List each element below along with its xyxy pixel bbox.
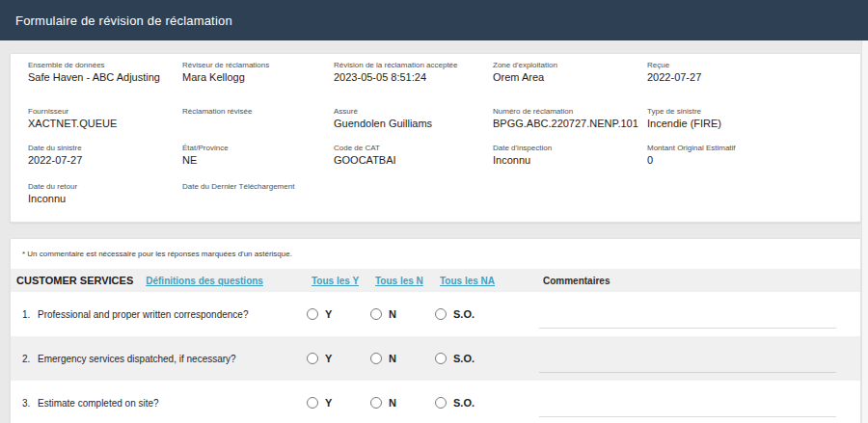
field-label: Zone d'exploitation [493, 60, 647, 70]
radio-circle-icon[interactable] [435, 353, 447, 364]
radio-label: Y [325, 397, 332, 409]
field-value: GOOCATBAI [334, 154, 493, 167]
field-received: Reçue 2022-07-27 [647, 59, 860, 105]
field-value: Inconnu [493, 154, 647, 167]
field-value: Guendolen Guilliams [334, 118, 493, 130]
radio-label: N [389, 308, 396, 320]
field-value: Inconnu [28, 193, 182, 205]
radio-circle-icon[interactable] [307, 353, 318, 364]
field-value: 2022-07-27 [647, 71, 860, 84]
field-value: 2023-05-05 8:51:24 [334, 71, 493, 84]
radio-y[interactable]: Y [307, 308, 370, 320]
vertical-scrollbar[interactable] [861, 40, 868, 423]
radio-label: S.O. [453, 397, 475, 409]
radio-label: Y [325, 308, 332, 320]
field-label: Réviseur de réclamations [182, 60, 334, 70]
field-claim-number: Numéro de réclamation BPGG.ABC.220727.NE… [493, 105, 647, 142]
field-last-download-date: Date du Dernier Téléchargement [182, 180, 334, 223]
radio-y[interactable]: Y [307, 353, 370, 364]
field-label: Date du retour [28, 181, 182, 192]
field-value: Orem Area [493, 71, 647, 84]
radio-label: N [389, 353, 396, 364]
question-definitions-link[interactable]: Définitions des questions [146, 276, 263, 286]
radio-na[interactable]: S.O. [435, 308, 539, 320]
field-label: Révision de la réclamation acceptée [334, 60, 493, 70]
field-label: Assuré [334, 106, 493, 117]
radio-n[interactable]: N [370, 397, 435, 409]
radio-label: S.O. [453, 308, 475, 320]
all-na-link[interactable]: Tous les NA [440, 276, 543, 286]
radio-label: Y [325, 353, 332, 364]
field-value: XACTNET.QUEUE [28, 118, 182, 130]
field-label: Date d'inspection [493, 143, 647, 153]
field-label: Reçue [647, 60, 860, 70]
question-row: 3. Estimate completed on site? Y N S.O. [11, 381, 860, 423]
radio-n[interactable]: N [370, 308, 435, 320]
radio-circle-icon[interactable] [435, 397, 447, 409]
radio-circle-icon[interactable] [307, 308, 318, 320]
survey-table-header: CUSTOMER SERVICES Définitions des questi… [11, 269, 860, 292]
field-loss-type: Type de sinistre Incendie (FIRE) [647, 105, 860, 142]
comment-input[interactable] [539, 311, 836, 329]
field-reviewer: Réviseur de réclamations Mara Kellogg [182, 59, 334, 105]
radio-n[interactable]: N [370, 353, 435, 364]
field-operating-zone: Zone d'exploitation Orem Area [493, 59, 647, 105]
field-dataset: Ensemble de données Safe Haven - ABC Adj… [28, 59, 182, 105]
field-label: Ensemble de données [28, 60, 182, 70]
asterisk-note: * Un commentaire est nécessaire pour les… [11, 250, 860, 258]
field-loss-date: Date du sinistre 2022-07-27 [28, 142, 182, 180]
field-value: Mara Kellogg [182, 71, 334, 84]
field-cat-code: Code de CAT GOOCATBAI [334, 142, 493, 180]
field-claim-reviewed: Réclamation révisée [182, 105, 334, 142]
field-value: Incendie (FIRE) [647, 118, 860, 130]
claim-info-card: Ensemble de données Safe Haven - ABC Adj… [10, 53, 861, 223]
question-number: 3. [22, 398, 38, 409]
radio-label: N [389, 397, 396, 409]
section-title: CUSTOMER SERVICES [16, 275, 133, 286]
radio-y[interactable]: Y [307, 397, 370, 409]
radio-na[interactable]: S.O. [435, 397, 539, 409]
survey-card: * Un commentaire est nécessaire pour les… [10, 238, 861, 423]
field-provider: Fournisseur XACTNET.QUEUE [28, 105, 182, 142]
field-value: NE [182, 154, 334, 167]
field-label: Fournisseur [28, 106, 182, 117]
all-n-link[interactable]: Tous les N [375, 276, 440, 286]
app-header-bar: Formulaire de révision de réclamation [0, 0, 868, 40]
field-label: Montant Original Estimatif [647, 143, 860, 153]
field-inspection-date: Date d'inspection Inconnu [493, 142, 647, 180]
comment-input[interactable] [539, 400, 836, 417]
radio-circle-icon[interactable] [370, 397, 382, 409]
field-original-estimate: Montant Original Estimatif 0 [647, 142, 860, 180]
all-y-link[interactable]: Tous les Y [312, 276, 375, 286]
field-label: Réclamation révisée [182, 106, 334, 117]
question-number: 2. [22, 354, 38, 364]
field-return-date: Date du retour Inconnu [28, 180, 182, 223]
field-label: Code de CAT [334, 143, 493, 153]
field-state-province: État/Province NE [182, 142, 334, 180]
field-label: Date du sinistre [28, 143, 182, 153]
question-row: 1. Professional and proper written corre… [11, 292, 860, 336]
field-label: Date du Dernier Téléchargement [182, 181, 334, 192]
question-number: 1. [22, 309, 38, 320]
question-text: Professional and proper written correspo… [38, 309, 307, 320]
radio-circle-icon[interactable] [307, 397, 318, 409]
field-label: État/Province [182, 143, 334, 153]
question-row: 2. Emergency services dispatched, if nec… [11, 336, 860, 381]
field-value: 2022-07-27 [28, 154, 182, 167]
radio-label: S.O. [453, 353, 475, 364]
radio-circle-icon[interactable] [370, 353, 382, 364]
radio-circle-icon[interactable] [435, 308, 447, 320]
field-insured: Assuré Guendolen Guilliams [334, 105, 493, 142]
radio-na[interactable]: S.O. [435, 353, 539, 364]
field-label: Numéro de réclamation [493, 106, 647, 117]
field-value: 0 [647, 154, 860, 167]
question-text: Estimate completed on site? [38, 398, 307, 409]
comment-input[interactable] [539, 356, 836, 373]
field-value: Safe Haven - ABC Adjusting [28, 71, 182, 84]
field-review-accepted: Révision de la réclamation acceptée 2023… [334, 59, 493, 105]
question-text: Emergency services dispatched, if necess… [38, 354, 307, 364]
comments-column-header: Commentaires [543, 276, 860, 286]
field-value: BPGG.ABC.220727.NENP.101 [493, 118, 647, 130]
page-title: Formulaire de révision de réclamation [15, 13, 232, 28]
radio-circle-icon[interactable] [370, 308, 382, 320]
